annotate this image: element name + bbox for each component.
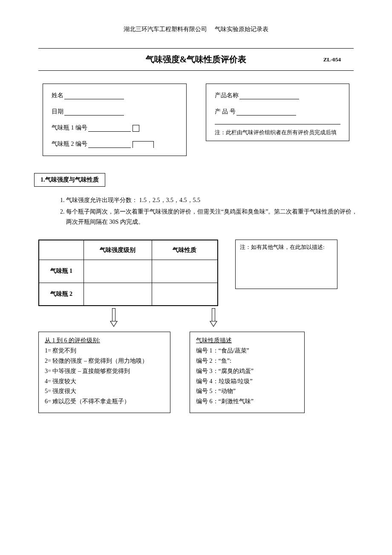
- bottle2-input[interactable]: [88, 141, 131, 148]
- quality-code-3: 编号 3：“腐臭的鸡蛋”: [196, 366, 298, 376]
- evaluator-info-box: 姓名 日期 气味瓶 1 编号 气味瓶 2 编号: [43, 84, 187, 156]
- instructions-list: 气味强度允许出现半分数： 1.5，2.5，3.5，4.5，5.5 每个瓶子闻两次…: [58, 195, 358, 227]
- bottle2-label: 气味瓶 2 编号: [52, 140, 87, 148]
- intensity-level-5: 5= 强度很大: [45, 386, 164, 396]
- product-name-label: 产品名称: [215, 92, 239, 99]
- bottle1-field: 气味瓶 1 编号: [52, 124, 178, 132]
- product-code-field: 产 品 号: [215, 108, 341, 116]
- form-title: 气味强度&气味性质评价表: [47, 54, 345, 65]
- name-field: 姓名: [52, 92, 178, 99]
- quality-desc-box: 气味性质描述 编号 1：“食品/蔬菜” 编号 2：“鱼”: 编号 3：“腐臭的鸡…: [190, 332, 305, 413]
- bottle2-quality-cell[interactable]: [152, 283, 218, 306]
- product-code-label: 产 品 号: [215, 108, 236, 116]
- title-box: 气味强度&气味性质评价表 ZL-054: [38, 48, 354, 71]
- doc-name: 气味实验原始记录表: [215, 26, 268, 32]
- bottle2-intensity-cell[interactable]: [84, 283, 152, 306]
- evaluation-table: 气味强度级别 气味性质 气味瓶 1 气味瓶 2: [38, 240, 218, 306]
- name-label: 姓名: [52, 92, 63, 99]
- other-odor-note-box: 注：如有其他气味，在此加以描述:: [235, 240, 337, 289]
- form-code: ZL-054: [323, 56, 341, 63]
- description-row: 从 1 到 6 的评价级别: 1= 察觉不到 2= 轻微的强度 – 察觉得到（用…: [38, 332, 354, 413]
- quality-code-6: 编号 6：“刺激性气味”: [196, 396, 298, 407]
- product-info-box: 产品名称 产 品 号 注：此栏由气味评价组织者在所有评价员完成后填: [206, 84, 350, 141]
- quality-code-1: 编号 1：“食品/蔬菜”: [196, 346, 298, 356]
- other-odor-title: 注：如有其他气味，在此加以描述:: [240, 243, 333, 251]
- quality-header: 气味性质: [152, 240, 218, 260]
- table-header-row: 气味强度级别 气味性质: [39, 240, 218, 260]
- date-label: 日期: [52, 108, 63, 116]
- other-odor-input[interactable]: [240, 268, 333, 285]
- quality-code-2: 编号 2：“鱼”:: [196, 356, 298, 366]
- intensity-level-4: 4= 强度较大: [45, 376, 164, 387]
- intensity-level-1: 1= 察觉不到: [45, 346, 164, 356]
- arrow-down-icon: [210, 308, 216, 327]
- name-input[interactable]: [64, 92, 124, 99]
- info-row: 姓名 日期 气味瓶 1 编号 气味瓶 2 编号 产品名称 产 品 号 注：此栏由…: [43, 84, 349, 156]
- bottle1-intensity-cell[interactable]: [84, 260, 152, 283]
- intensity-desc-box: 从 1 到 6 的评价级别: 1= 察觉不到 2= 轻微的强度 – 察觉得到（用…: [38, 332, 170, 413]
- intensity-desc-title: 从 1 到 6 的评价级别:: [45, 335, 164, 346]
- product-name-field: 产品名称: [215, 92, 341, 99]
- bottle1-row-header: 气味瓶 1: [39, 260, 84, 283]
- bottle2-row-header: 气味瓶 2: [39, 283, 84, 306]
- company-name: 湖北三环汽车工程塑料有限公司: [124, 26, 207, 32]
- bottle1-box-icon: [133, 125, 139, 132]
- instruction-1: 气味强度允许出现半分数： 1.5，2.5，3.5，4.5，5.5: [66, 195, 358, 205]
- arrow-down-icon: [111, 308, 117, 327]
- quality-desc-title: 气味性质描述: [196, 335, 298, 346]
- intensity-level-2: 2= 轻微的强度 – 察觉得到（用力地嗅）: [45, 356, 164, 366]
- bottle1-quality-cell[interactable]: [152, 260, 218, 283]
- page-header: 湖北三环汽车工程塑料有限公司 气味实验原始记录表: [34, 26, 358, 33]
- intensity-header: 气味强度级别: [84, 240, 152, 260]
- product-name-input[interactable]: [239, 92, 299, 99]
- product-note: 注：此栏由气味评价组织者在所有评价员完成后填: [215, 124, 341, 136]
- table-row-bottle2: 气味瓶 2: [39, 283, 218, 306]
- intensity-level-3: 3= 中等强度 – 直接能够察觉得到: [45, 366, 164, 376]
- evaluation-row: 气味强度级别 气味性质 气味瓶 1 气味瓶 2 注：如有其他气味，在此加以描述:: [38, 240, 354, 306]
- table-row-bottle1: 气味瓶 1: [39, 260, 218, 283]
- bottle2-box-icon: [133, 141, 154, 148]
- bottle1-label: 气味瓶 1 编号: [52, 124, 87, 132]
- instruction-2: 每个瓶子闻两次，第一次着重于气味强度的评价，但需关注“臭鸡蛋和臭鱼味”。第二次着…: [66, 207, 358, 227]
- arrows-row: [85, 308, 358, 327]
- section-1: 1.气味强度与气味性质 气味强度允许出现半分数： 1.5，2.5，3.5，4.5…: [34, 173, 358, 227]
- bottle2-field: 气味瓶 2 编号: [52, 140, 178, 148]
- date-input[interactable]: [64, 109, 124, 116]
- quality-code-4: 编号 4：垃圾箱/垃圾”: [196, 376, 298, 387]
- quality-code-5: 编号 5：“动物”: [196, 386, 298, 396]
- section-1-heading: 1.气味强度与气味性质: [34, 173, 105, 187]
- date-field: 日期: [52, 108, 178, 116]
- table-corner-cell: [39, 240, 84, 260]
- intensity-level-6: 6= 难以忍受（不得不拿走瓶子）: [45, 396, 164, 407]
- bottle1-input[interactable]: [88, 125, 131, 132]
- product-code-input[interactable]: [236, 109, 296, 116]
